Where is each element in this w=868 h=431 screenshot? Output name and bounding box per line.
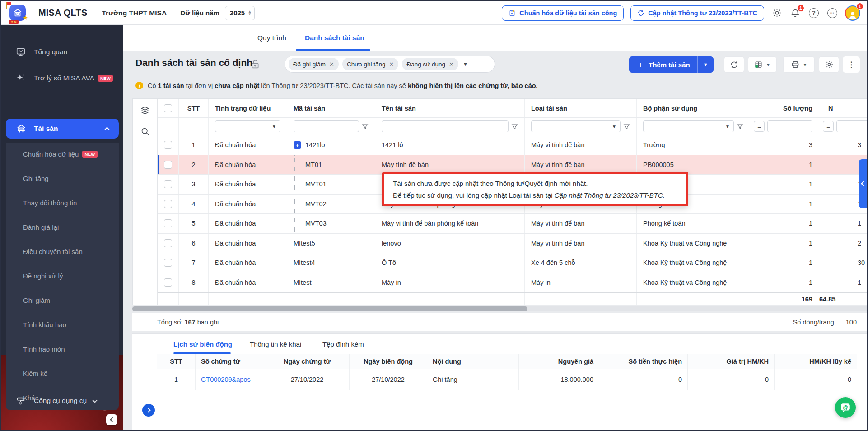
submenu-tinh-khau-hao[interactable]: Tính khấu hao: [1, 315, 114, 334]
row-checkbox[interactable]: [164, 239, 172, 247]
sidebar-item-tai-san[interactable]: Tài sản: [6, 119, 119, 139]
side-panel-toggle[interactable]: [859, 159, 867, 208]
code-filter-input[interactable]: [294, 120, 359, 132]
submenu-ghi-tang[interactable]: Ghi tăng: [1, 169, 114, 187]
sidebar-item-tong-quan[interactable]: Tổng quan: [1, 42, 123, 62]
name-filter-input[interactable]: [382, 120, 509, 132]
equals-operator[interactable]: =: [754, 121, 765, 132]
refresh-button[interactable]: [724, 56, 744, 73]
funnel-filter-icon[interactable]: [737, 123, 743, 130]
table-settings-button[interactable]: [819, 56, 839, 73]
layers-icon[interactable]: [140, 105, 150, 115]
table-row[interactable]: 6 Đã chuẩn hóa MItest5 lenovo Máy vi tín…: [158, 234, 868, 254]
table-row[interactable]: 1 Đã chuẩn hóa +1421lo 1421 lô Máy vi tí…: [158, 135, 868, 155]
document-link[interactable]: GT000209&apos: [201, 376, 251, 383]
row-checkbox[interactable]: [164, 141, 172, 149]
row-checkbox[interactable]: [164, 200, 172, 208]
filter-chip[interactable]: Đã ghi giảm✕: [289, 58, 339, 70]
row-checkbox[interactable]: [164, 219, 172, 227]
standardize-public-assets-button[interactable]: Chuẩn hóa dữ liệu tài sản công: [502, 5, 624, 21]
filter-chip[interactable]: Chưa ghi tăng✕: [342, 58, 399, 70]
tooltip-link[interactable]: Cập nhật Thông tư 23/2023/TT-BTC.: [555, 191, 665, 199]
expand-panel-button[interactable]: [142, 404, 155, 417]
funnel-filter-icon[interactable]: [511, 123, 518, 130]
total-quantity: 169: [750, 293, 819, 305]
tab-danh-sach-tai-san[interactable]: Danh sách tài sản: [305, 25, 364, 51]
table-row[interactable]: 8 Đã chuẩn hóa MItest Máy in Máy in Khoa…: [158, 273, 868, 293]
dept-filter-select[interactable]: ▼: [643, 120, 734, 132]
submenu-ghi-giam[interactable]: Ghi giảm: [1, 291, 114, 309]
dropdown-caret-icon: ▼: [803, 62, 807, 67]
print-button[interactable]: ▼: [783, 56, 815, 73]
row-checkbox[interactable]: [164, 278, 172, 287]
submenu-thay-doi-thong-tin[interactable]: Thay đổi thông tin: [1, 194, 114, 212]
search-icon[interactable]: [140, 127, 150, 136]
expand-plus-icon[interactable]: +: [294, 141, 301, 149]
close-icon[interactable]: ✕: [389, 61, 394, 68]
tab-quy-trinh[interactable]: Quy trình: [257, 25, 286, 51]
scrollbar-thumb[interactable]: [132, 306, 527, 311]
table-row[interactable]: 5 Đã chuẩn hóa MVT03 Máy vi tính để bàn …: [158, 214, 868, 234]
type-filter-select[interactable]: ▼: [531, 120, 621, 132]
row-checkbox[interactable]: [164, 259, 172, 267]
add-asset-split-button[interactable]: ＋ Thêm tài sản ▼: [629, 56, 714, 73]
filter-chip[interactable]: Đang sử dụng✕: [402, 58, 458, 70]
submenu-chuan-hoa-du-lieu[interactable]: Chuẩn hóa dữ liệu NEW: [1, 145, 114, 163]
col-loai-tai-san[interactable]: Loại tài sản: [525, 99, 637, 117]
col-so-luong[interactable]: Số lượng: [750, 99, 819, 117]
more-options-button[interactable]: ⋮: [843, 56, 860, 73]
submenu-dieu-chuyen-tai-san[interactable]: Điều chuyển tài sản: [1, 242, 114, 260]
table-row[interactable]: 7 Đã chuẩn hóa MItest4 Ô Tô Xe 4 đến 5 c…: [158, 253, 868, 273]
help-icon[interactable]: ?: [808, 7, 820, 19]
chevron-up-icon: [104, 127, 109, 132]
col-bo-phan-su-dung[interactable]: Bộ phận sử dụng: [637, 99, 750, 117]
col-stt[interactable]: STT: [179, 99, 209, 117]
col-ma-tai-san[interactable]: Mã tài sản: [287, 99, 375, 117]
user-avatar[interactable]: 1: [845, 5, 860, 21]
col-tinh-trang[interactable]: Tình trạng dữ liệu: [209, 99, 287, 117]
tab-thong-tin-ke-khai[interactable]: Thông tin kê khai: [250, 334, 301, 354]
col-nguyen-gia[interactable]: N: [819, 99, 868, 117]
chip-dropdown-caret-icon[interactable]: ▼: [463, 61, 468, 67]
export-excel-button[interactable]: ▼: [748, 56, 777, 73]
submenu-kiem-ke[interactable]: Kiểm kê: [1, 364, 114, 382]
history-row[interactable]: 1 GT000209&apos 27/10/2022 27/10/2022 Gh…: [157, 369, 857, 390]
extra-filter-input[interactable]: [836, 120, 868, 132]
rows-per-page-value[interactable]: 100: [846, 319, 857, 326]
close-icon[interactable]: ✕: [329, 61, 334, 68]
close-icon[interactable]: ✕: [449, 61, 454, 68]
row-checkbox[interactable]: [164, 180, 172, 188]
kebab-icon: ⋮: [848, 60, 855, 70]
year-stepper[interactable]: ▲▼: [248, 10, 252, 16]
add-asset-dropdown[interactable]: ▼: [697, 56, 714, 73]
sidebar-item-misa-ava[interactable]: Trợ lý số MISA AVA NEW: [1, 68, 123, 88]
tab-tep-dinh-kem[interactable]: Tệp đính kèm: [322, 334, 364, 354]
year-selector[interactable]: 2025 ▲▼: [225, 6, 255, 20]
add-asset-button[interactable]: ＋ Thêm tài sản: [629, 56, 697, 73]
status-filter-select[interactable]: ▼: [215, 120, 280, 132]
submenu-tinh-hao-mon[interactable]: Tính hao mòn: [1, 340, 114, 358]
row-checkbox[interactable]: [164, 161, 172, 169]
settings-gear-icon[interactable]: [771, 7, 783, 19]
tab-lich-su-bien-dong[interactable]: Lịch sử biến động: [173, 334, 232, 354]
horizontal-scrollbar[interactable]: [132, 306, 868, 311]
submenu-danh-gia-lai[interactable]: Đánh giá lại: [1, 218, 114, 236]
sidebar-item-cong-cu-dung-cu[interactable]: Công cụ dụng cụ: [1, 392, 123, 410]
chevron-left-icon: [110, 417, 115, 422]
equals-operator[interactable]: =: [823, 121, 834, 132]
lock-open-icon[interactable]: [251, 59, 260, 69]
table-side-rail: [133, 99, 158, 305]
select-all-checkbox[interactable]: [164, 104, 172, 112]
funnel-filter-icon[interactable]: [362, 123, 369, 130]
funnel-filter-icon[interactable]: [623, 123, 630, 130]
qty-filter-input[interactable]: [767, 120, 812, 132]
support-chat-button[interactable]: @: [835, 397, 856, 418]
update-circular-button[interactable]: Cập nhật Thông tư 23/2023/TT-BTC: [630, 5, 764, 21]
notifications-bell-icon[interactable]: 1: [789, 7, 801, 19]
star-icon: ★: [23, 14, 28, 22]
more-apps-icon[interactable]: ⋯: [826, 7, 838, 19]
submenu-de-nghi-xu-ly[interactable]: Đề nghị xử lý: [1, 267, 114, 285]
col-ten-tai-san[interactable]: Tên tài sản: [375, 99, 525, 117]
organization-name[interactable]: Trường THPT MISA: [102, 9, 167, 17]
sidebar-collapse-button[interactable]: [106, 414, 117, 425]
